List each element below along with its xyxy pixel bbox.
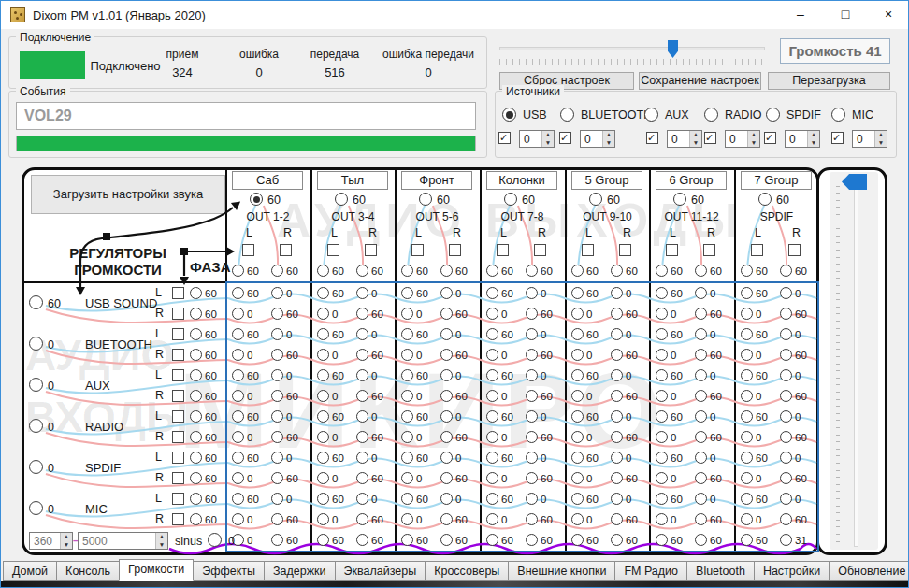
matrix-cell-r8-c2-a-radio[interactable] [401,452,413,464]
matrix-cell-r8-c3-b-radio[interactable] [526,452,538,464]
matrix-cell-r11-c0-a-radio[interactable] [232,513,244,525]
output-master-radio-4[interactable] [504,193,517,206]
output-phase-l-1[interactable] [242,244,254,256]
matrix-cell-r3-c2-b-radio[interactable] [440,349,453,361]
matrix-cell-r0-c1-b-radio[interactable] [356,287,368,299]
tab-эквалайзеры[interactable]: Эквалайзеры [335,561,426,581]
reboot-button[interactable]: Перезагрузка [768,72,890,90]
matrix-cell-r3-c4-a-radio[interactable] [571,349,584,361]
source-spinner-usb[interactable]: 0▲▼ [519,130,555,148]
load-sound-settings-button[interactable]: Загрузить настройки звука [31,175,225,214]
matrix-cell-r4-c2-b-radio[interactable] [440,369,453,381]
matrix-cell-r12-c2-a-radio[interactable] [401,534,413,546]
matrix-cell-r9-c2-a-radio[interactable] [401,472,413,484]
output-phase-r-2[interactable] [365,244,377,256]
source-radio-aux[interactable] [644,108,658,122]
matrix-cell-r0-c6-b-radio[interactable] [780,287,792,299]
input-buetooth-r-phase[interactable] [172,349,184,361]
matrix-cell-r11-c6-a-radio[interactable] [741,513,753,525]
matrix-cell-r4-c1-b-radio[interactable] [356,369,368,381]
matrix-cell-r11-c3-b-radio[interactable] [526,513,538,525]
matrix-cell-r4-c6-b-radio[interactable] [780,369,792,381]
matrix-cell-r1-c2-b-radio[interactable] [440,308,453,320]
minimize-button[interactable]: – [786,7,815,23]
matrix-cell-r7-c4-a-radio[interactable] [571,431,584,443]
matrix-cell-r6-c1-b-radio[interactable] [356,410,368,423]
matrix-cell-r1-c0-b-radio[interactable] [271,308,283,320]
matrix-cell-r2-c6-b-radio[interactable] [780,328,792,340]
matrix-cell-r8-c1-b-radio[interactable] [356,452,368,464]
matrix-cell-r8-c5-a-radio[interactable] [656,452,668,464]
source-spinner-aux[interactable]: 0▲▼ [667,130,702,148]
output-phase-l-5[interactable] [582,244,594,256]
output-r-volume-radio-7[interactable] [780,265,792,277]
matrix-cell-r0-c2-a-radio[interactable] [401,287,413,299]
matrix-cell-r1-c2-a-radio[interactable] [401,308,413,320]
matrix-cell-r9-c6-b-radio[interactable] [780,472,792,484]
matrix-cell-r2-c6-a-radio[interactable] [741,328,753,340]
matrix-cell-r9-c4-b-radio[interactable] [611,472,623,484]
matrix-cell-r9-c1-b-radio[interactable] [356,472,368,484]
input-radio-radio[interactable] [29,419,43,433]
matrix-cell-r11-c2-a-radio[interactable] [401,513,413,525]
source-checkbox-aux[interactable] [646,132,658,144]
matrix-cell-r5-c1-b-radio[interactable] [356,390,368,402]
matrix-cell-r3-c6-a-radio[interactable] [741,349,753,361]
matrix-cell-r12-c4-b-radio[interactable] [611,534,623,546]
tab-кроссоверы[interactable]: Кроссоверы [425,561,509,581]
matrix-cell-r12-c3-a-radio[interactable] [486,534,498,546]
output-phase-r-3[interactable] [449,244,461,256]
matrix-cell-r7-c4-b-radio[interactable] [611,431,623,443]
matrix-cell-r6-c3-b-radio[interactable] [526,410,538,423]
output-r-volume-radio-3[interactable] [440,265,453,277]
source-checkbox-bluetooth[interactable] [559,132,571,144]
output-r-volume-radio-1[interactable] [271,265,283,277]
source-radio-spdif[interactable] [766,108,780,122]
input-radio-mic[interactable] [29,501,43,515]
matrix-cell-r10-c2-a-radio[interactable] [401,493,413,505]
matrix-cell-r1-c5-b-radio[interactable] [695,308,707,320]
matrix-cell-r4-c3-a-radio[interactable] [486,369,498,381]
matrix-cell-r9-c2-b-radio[interactable] [440,472,453,484]
matrix-cell-r3-c1-b-radio[interactable] [356,349,368,361]
output-master-radio-5[interactable] [589,193,602,206]
matrix-cell-r11-c1-b-radio[interactable] [356,513,368,525]
matrix-cell-r10-c4-a-radio[interactable] [571,493,584,505]
matrix-cell-r5-c4-a-radio[interactable] [571,390,584,402]
matrix-cell-r4-c6-a-radio[interactable] [741,369,753,381]
matrix-cell-r9-c0-a-radio[interactable] [232,472,244,484]
output-master-radio-2[interactable] [335,193,348,206]
matrix-cell-r12-c6-b-radio[interactable] [780,534,792,546]
output-phase-l-2[interactable] [327,244,339,256]
matrix-cell-r9-c5-a-radio[interactable] [656,472,668,484]
output-l-volume-radio-5[interactable] [571,265,584,277]
input-usb-sound-l-volume-radio[interactable] [190,287,202,299]
matrix-cell-r3-c6-b-radio[interactable] [780,349,792,361]
matrix-cell-r2-c2-a-radio[interactable] [401,328,413,340]
matrix-cell-r4-c0-a-radio[interactable] [232,369,244,381]
matrix-cell-r7-c3-a-radio[interactable] [486,431,498,443]
input-usb-sound-l-phase[interactable] [172,287,184,299]
matrix-cell-r9-c0-b-radio[interactable] [271,472,283,484]
matrix-cell-r12-c0-b-radio[interactable] [271,534,283,546]
matrix-cell-r6-c5-b-radio[interactable] [695,410,707,423]
tab-консоль[interactable]: Консоль [56,561,120,581]
input-radio-aux[interactable] [29,378,43,392]
input-buetooth-r-volume-radio[interactable] [190,349,202,361]
output-phase-r-1[interactable] [280,244,292,256]
output-phase-r-6[interactable] [703,244,715,256]
input-mic-r-phase[interactable] [172,513,184,525]
matrix-cell-r11-c6-b-radio[interactable] [780,513,792,525]
matrix-cell-r7-c6-b-radio[interactable] [780,431,792,443]
input-spdif-r-volume-radio[interactable] [190,472,202,484]
matrix-cell-r5-c1-a-radio[interactable] [317,390,329,402]
output-master-radio-6[interactable] [673,193,686,206]
source-radio-bluetooth[interactable] [560,108,574,122]
input-spdif-r-phase[interactable] [172,472,184,484]
matrix-cell-r8-c4-b-radio[interactable] [611,452,623,464]
source-spinner-mic[interactable]: 0▲▼ [852,130,887,148]
matrix-cell-r12-c4-a-radio[interactable] [571,534,584,546]
matrix-cell-r0-c3-b-radio[interactable] [526,287,538,299]
matrix-cell-r9-c6-a-radio[interactable] [741,472,753,484]
generator-freq-from-arrows[interactable]: ▲▼ [60,533,72,549]
